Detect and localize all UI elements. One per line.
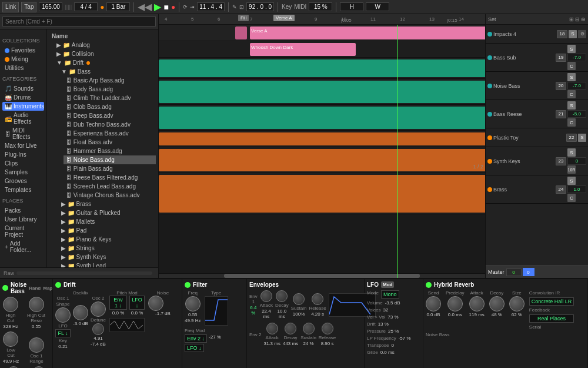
env1-sustain-knob[interactable] xyxy=(293,293,305,305)
synth-c[interactable]: 10R xyxy=(567,165,576,174)
mixer-icon-1[interactable]: ⊞ xyxy=(569,16,574,22)
size-knob[interactable] xyxy=(509,296,524,311)
sidebar-item-packs[interactable]: Packs xyxy=(2,206,44,215)
sidebar-item-samples[interactable]: Samples xyxy=(2,168,44,177)
play-button[interactable]: ▶ xyxy=(154,1,161,12)
noise-knob[interactable] xyxy=(148,296,163,311)
high-cut-knob[interactable] xyxy=(3,297,18,312)
rand-btn[interactable]: Rand xyxy=(29,286,41,291)
metro-icon[interactable]: ● xyxy=(100,3,104,11)
tree-deep[interactable]: 🎛 Deep Bass.adv xyxy=(64,111,156,120)
link-button[interactable]: Link xyxy=(2,2,19,12)
clip-whoosh[interactable]: Whoosh Down Dark xyxy=(250,43,356,56)
sidebar-item-mixing[interactable]: Mixing xyxy=(2,55,44,64)
search-input[interactable] xyxy=(2,16,156,26)
bass-reese-vol[interactable]: -5.0 xyxy=(567,110,586,118)
bass-sub-vol[interactable]: -7.0 xyxy=(567,54,586,61)
plastic-s[interactable]: S xyxy=(578,134,586,142)
h-scrollbar[interactable] xyxy=(159,273,485,278)
clip-fill[interactable] xyxy=(235,26,247,39)
sidebar-item-instruments[interactable]: 🎹 Instruments xyxy=(2,102,44,111)
osc-mix-knob[interactable] xyxy=(73,305,88,320)
env2-sustain-knob[interactable] xyxy=(303,323,315,334)
low-cut-knob[interactable] xyxy=(3,331,18,347)
env2-decay-knob[interactable] xyxy=(285,323,296,334)
osc1-range-knob[interactable] xyxy=(29,337,44,353)
sidebar-item-templates[interactable]: Templates xyxy=(2,185,44,194)
decay-knob[interactable] xyxy=(489,296,505,311)
position-display[interactable]: 11 . 4 . 4 xyxy=(197,2,225,11)
tree-bass[interactable]: ▼ 📁 Bass xyxy=(59,67,156,76)
tree-noise-bass[interactable]: 🎛 Noise Bass.adg xyxy=(64,155,156,164)
sidebar-item-midi-effects[interactable]: 🎛 MIDI Effects xyxy=(2,126,44,141)
predelay-knob[interactable] xyxy=(447,296,463,311)
noise-bass-power[interactable] xyxy=(2,285,8,291)
sidebar-item-plugins[interactable]: Plug-Ins xyxy=(2,150,44,159)
impacts-gear[interactable]: ⚙ xyxy=(578,30,586,38)
sidebar-item-favorites[interactable]: Favorites xyxy=(2,46,44,55)
tree-guitar[interactable]: ▶ 📁 Guitar & Plucked xyxy=(59,208,156,217)
high-cut-reso-knob[interactable] xyxy=(29,297,44,312)
impacts-s-btn[interactable]: S xyxy=(569,30,577,38)
tree-collision[interactable]: ▶ 📁 Collision xyxy=(54,49,156,58)
lfo-mod-btn[interactable]: Mod xyxy=(381,281,394,288)
bpm-display[interactable]: 165.00 xyxy=(39,2,62,11)
percent-display[interactable]: 15 % xyxy=(309,2,332,11)
clip-brass[interactable] xyxy=(159,175,485,213)
map-btn[interactable]: Map xyxy=(43,286,52,291)
tree-analog[interactable]: ▶ 📁 Analog xyxy=(54,41,156,49)
env2-attack-knob[interactable] xyxy=(266,323,278,334)
osc2-knob[interactable] xyxy=(91,301,106,317)
tree-esperienza[interactable]: 🎛 Esperienza Bass.adv xyxy=(64,129,156,138)
sidebar-item-utilities[interactable]: Utilities xyxy=(2,64,44,72)
tree-vintage[interactable]: 🎛 Vintage Chorus Bass.adv xyxy=(64,191,156,200)
sidebar-item-current-project[interactable]: Current Project xyxy=(2,224,44,239)
attack-knob[interactable] xyxy=(469,296,485,311)
brass-vol[interactable]: 1.0 xyxy=(567,185,586,193)
clip-plastic-toy[interactable] xyxy=(159,132,485,145)
hw-btn[interactable]: H xyxy=(340,2,363,11)
mixer-icon-3[interactable]: ⊕ xyxy=(581,16,586,22)
clip-verse-a[interactable]: Verse A xyxy=(250,26,485,39)
tree-float[interactable]: 🎛 Float Bass.adv xyxy=(64,138,156,147)
bass-reese-c[interactable]: C xyxy=(567,118,576,127)
send-knob[interactable] xyxy=(426,296,441,311)
env1-decay-knob[interactable] xyxy=(276,290,288,302)
tree-screech[interactable]: 🎛 Screech Lead Bass.adg xyxy=(64,182,156,191)
sidebar-item-max[interactable]: Max for Live xyxy=(2,141,44,150)
noise-bass-vol[interactable]: -7.0 xyxy=(567,82,586,89)
tree-dub[interactable]: 🎛 Dub Techno Bass.adv xyxy=(64,120,156,129)
h-scrollbar-thumb[interactable] xyxy=(224,274,420,278)
fill-marker[interactable]: Fill xyxy=(238,15,249,21)
sidebar-scrollbar[interactable] xyxy=(16,271,152,275)
bass-reese-s[interactable]: S xyxy=(567,101,576,110)
loop-icon[interactable]: ⟳ xyxy=(183,4,188,10)
tree-basic-arp[interactable]: 🎛 Basic Arp Bass.adg xyxy=(64,76,156,85)
env1-release-knob[interactable] xyxy=(312,293,323,305)
brass-s[interactable]: S xyxy=(567,177,576,185)
clip-bass-reese[interactable] xyxy=(159,107,485,129)
bass-sub-s[interactable]: S xyxy=(567,45,576,53)
sidebar-item-user-library[interactable]: User Library xyxy=(2,215,44,224)
filter-power[interactable] xyxy=(185,282,191,288)
clip-bass-sub[interactable] xyxy=(159,59,485,77)
time-sig-display[interactable]: 4 / 4 xyxy=(74,2,98,11)
brass-c[interactable]: C xyxy=(567,194,576,202)
sidebar-item-grooves[interactable]: Grooves xyxy=(2,177,44,185)
tree-drift[interactable]: ▼ 📁 Drift xyxy=(54,58,156,67)
env2-release-knob[interactable] xyxy=(322,323,333,334)
record-button[interactable]: ● xyxy=(171,3,175,11)
filter-freq-knob[interactable] xyxy=(185,296,201,311)
tree-mallets[interactable]: ▶ 📁 Mallets xyxy=(59,217,156,226)
clip-noise-bass[interactable] xyxy=(159,81,485,103)
tree-reese[interactable]: 🎛 Reese Bass Filtered.adg xyxy=(64,173,156,182)
drift-power[interactable] xyxy=(55,282,61,288)
clip-synth-keys[interactable] xyxy=(159,149,485,171)
synth-s[interactable]: S xyxy=(567,148,576,157)
tree-pad[interactable]: ▶ 📁 Pad xyxy=(59,226,156,235)
noise-bass-s[interactable]: S xyxy=(567,73,576,81)
tree-clob[interactable]: 🎛 Clob Bass.adg xyxy=(64,102,156,111)
sidebar-item-audio-effects[interactable]: 📻 Audio Effects xyxy=(2,111,44,126)
rewind-icon[interactable]: ◀◀ xyxy=(138,1,152,12)
tree-body-bass[interactable]: 🎛 Body Bass.adg xyxy=(64,85,156,94)
